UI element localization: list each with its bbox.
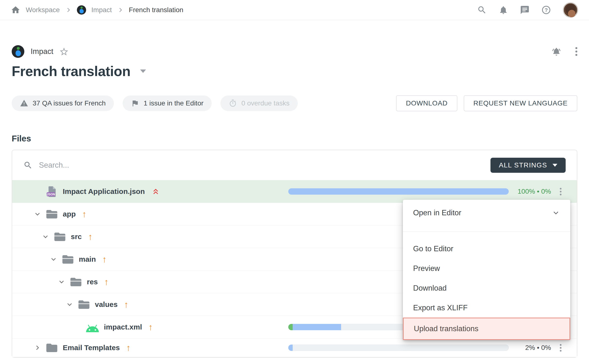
overdue-tasks-label: 0 overdue tasks — [241, 99, 290, 107]
top-navbar: Workspace Impact French translation ? — [0, 0, 589, 20]
upload-arrow-icon[interactable]: ↑ — [88, 232, 93, 241]
folder-name: app — [63, 210, 76, 218]
chevron-right-icon — [65, 7, 72, 13]
upload-arrow-icon[interactable]: ↑ — [82, 210, 87, 219]
search-input[interactable] — [39, 161, 490, 170]
folder-open-icon — [61, 253, 74, 266]
folder-open-icon — [45, 208, 58, 221]
row-kebab-menu-button[interactable] — [551, 185, 570, 198]
download-button[interactable]: DOWNLOAD — [396, 95, 457, 111]
breadcrumb-current: French translation — [129, 6, 183, 14]
translation-progress-bar — [288, 188, 509, 195]
chevron-down-icon — [553, 164, 557, 167]
folder-open-icon — [69, 275, 82, 288]
page-title: French translation — [12, 63, 130, 79]
chevron-down-icon[interactable] — [50, 255, 57, 263]
file-row-impact-application-json[interactable]: JSON Impact Application.json 100% • 0% — [12, 180, 577, 203]
search-icon[interactable] — [477, 5, 487, 15]
progress-stats: 2% • 0% — [513, 344, 551, 352]
upload-arrow-icon[interactable]: ↑ — [104, 277, 109, 286]
overdue-tasks-badge: 0 overdue tasks — [220, 95, 298, 111]
folder-name: res — [87, 278, 98, 286]
folder-name: values — [95, 300, 118, 309]
project-header: Impact French translation 37 QA issues f… — [0, 45, 589, 143]
editor-issues-badge[interactable]: 1 issue in the Editor — [123, 95, 212, 111]
translation-progress-bar — [288, 345, 509, 351]
high-priority-icon — [151, 187, 160, 196]
flag-icon — [131, 99, 139, 107]
star-favorite-icon[interactable] — [60, 47, 68, 56]
upload-arrow-icon[interactable]: ↑ — [124, 300, 128, 309]
chevron-right-icon — [117, 7, 124, 13]
file-name: impact.xml — [104, 323, 142, 331]
file-context-menu: Open in Editor Go to Editor Preview Down… — [403, 200, 570, 340]
files-search-row: ALL STRINGS — [12, 150, 577, 180]
menu-item-upload-translations[interactable]: Upload translations — [403, 318, 570, 340]
menu-item-go-to-editor[interactable]: Go to Editor — [403, 239, 570, 259]
folder-name: Email Templates — [63, 344, 120, 352]
menu-open-in-editor[interactable]: Open in Editor — [403, 200, 570, 231]
qa-issues-badge[interactable]: 37 QA issues for French — [12, 95, 114, 111]
menu-item-download[interactable]: Download — [403, 278, 570, 298]
breadcrumb-workspace[interactable]: Workspace — [26, 6, 60, 14]
strings-filter-button[interactable]: ALL STRINGS — [490, 158, 566, 173]
chevron-down-icon[interactable] — [34, 210, 41, 218]
messages-icon[interactable] — [520, 5, 530, 15]
upload-arrow-icon[interactable]: ↑ — [102, 255, 107, 264]
breadcrumb-project[interactable]: Impact — [91, 6, 112, 14]
json-file-icon: JSON — [45, 185, 58, 198]
help-icon[interactable]: ? — [541, 5, 551, 15]
menu-item-export-as-xliff[interactable]: Export as XLIFF — [403, 298, 570, 318]
chevron-down-icon[interactable] — [66, 301, 73, 308]
request-new-language-button[interactable]: REQUEST NEW LANGUAGE — [464, 95, 577, 111]
strings-filter-label: ALL STRINGS — [499, 161, 547, 169]
timer-icon — [229, 99, 237, 107]
progress-stats: 100% • 0% — [513, 188, 551, 195]
folder-row-email-templates[interactable]: Email Templates ↑ 2% • 0% — [12, 338, 577, 357]
upload-arrow-icon[interactable]: ↑ — [126, 343, 131, 352]
menu-item-preview[interactable]: Preview — [403, 259, 570, 278]
folder-name: src — [71, 233, 82, 241]
chevron-down-icon — [552, 209, 560, 217]
project-name: Impact — [31, 47, 53, 56]
menu-header-label: Open in Editor — [413, 208, 461, 217]
home-icon[interactable] — [11, 5, 20, 15]
folder-icon — [45, 341, 58, 354]
search-icon — [23, 161, 33, 170]
files-section-title: Files — [12, 134, 577, 143]
warning-icon — [20, 99, 28, 107]
project-kebab-menu-button[interactable] — [575, 47, 577, 56]
svg-text:JSON: JSON — [47, 193, 55, 196]
folder-name: main — [79, 255, 96, 263]
svg-text:?: ? — [544, 7, 548, 13]
upload-arrow-icon[interactable]: ↑ — [148, 323, 153, 332]
notifications-active-icon[interactable] — [552, 47, 561, 56]
row-kebab-menu-button[interactable] — [551, 342, 570, 354]
user-avatar[interactable] — [563, 2, 578, 18]
folder-open-icon — [53, 230, 66, 243]
file-name: Impact Application.json — [63, 187, 145, 196]
editor-issues-label: 1 issue in the Editor — [144, 99, 203, 107]
chevron-down-icon[interactable] — [140, 69, 146, 73]
breadcrumb: Workspace Impact French translation — [11, 5, 183, 15]
chevron-right-icon[interactable] — [34, 344, 41, 352]
project-logo — [12, 45, 24, 58]
notifications-icon[interactable] — [498, 5, 508, 15]
android-file-icon — [85, 321, 100, 334]
project-logo[interactable] — [77, 5, 86, 15]
qa-issues-label: 37 QA issues for French — [33, 99, 106, 107]
folder-open-icon — [77, 298, 91, 311]
chevron-down-icon[interactable] — [58, 278, 65, 286]
chevron-down-icon[interactable] — [42, 233, 49, 241]
